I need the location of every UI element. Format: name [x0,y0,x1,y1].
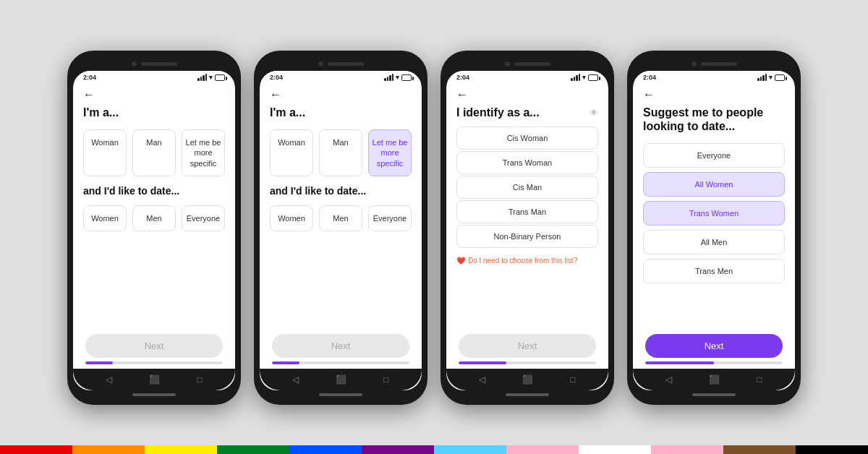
status-bar-3: 2:04 ▾ [446,71,608,82]
progress-fill-3 [459,361,507,364]
identity-list: Cis Woman Trans Woman Cis Man Trans Man … [456,127,598,248]
eye-icon-3[interactable]: 👁 [590,108,598,118]
back-button-4[interactable]: ← [643,88,785,101]
bar2-4 [760,77,762,81]
date-women-1[interactable]: Women [83,205,127,231]
identity-cis-man[interactable]: Cis Man [456,176,598,199]
camera-3 [505,61,510,67]
bottom-bar-1 [73,390,235,399]
date-label-1: and I'd like to date... [83,185,225,197]
identity-trans-woman[interactable]: Trans Woman [456,151,598,174]
progress-fill-4 [645,361,714,364]
identity-nonbinary[interactable]: Non-Binary Person [456,225,598,248]
option-specific-2[interactable]: Let me be more specific [368,129,412,176]
notch-4 [692,393,736,396]
option-man-1[interactable]: Man [132,129,176,176]
back-button-1[interactable]: ← [83,88,225,101]
wifi-1: ▾ [209,74,213,81]
option-woman-1[interactable]: Woman [83,129,127,176]
nav-bar-3: ◁ ⬛ □ [446,369,608,390]
signal-2 [384,74,393,81]
battery-2 [401,74,412,81]
option-man-2[interactable]: Man [319,129,362,176]
screen3-header: I identify as a... 👁 [456,106,598,119]
suggest-trans-women[interactable]: Trans Women [643,201,785,226]
notch-3 [506,393,549,396]
speaker-4 [701,62,737,66]
nav-home-4[interactable]: ⬛ [709,374,720,385]
rainbow-purple [362,445,434,454]
option-specific-1[interactable]: Let me be more specific [182,129,225,176]
title-1: I'm a... [83,106,225,119]
date-everyone-2[interactable]: Everyone [368,205,412,231]
back-button-2[interactable]: ← [270,88,412,101]
phone-top-bar-3 [446,56,608,71]
bar4-4 [765,74,767,81]
suggest-all-men[interactable]: All Men [643,230,785,254]
screen-1: 2:04 ▾ ← I'm a... [73,71,235,390]
help-link-3[interactable]: ❤️ Do I need to choose from this list? [456,257,598,265]
date-men-2[interactable]: Men [319,205,362,231]
bar4 [205,74,208,81]
identity-cis-woman[interactable]: Cis Woman [456,127,598,150]
time-1: 2:04 [83,74,96,81]
bar1-3 [571,78,573,81]
bar4-3 [579,74,581,81]
progress-fill-2 [272,361,299,364]
screen-content-3: ← I identify as a... 👁 Cis Woman Trans W… [446,82,608,325]
bottom-bar-2 [260,390,422,399]
nav-recents-3[interactable]: □ [570,374,575,385]
nav-bar-1: ◁ ⬛ □ [73,369,235,390]
nav-recents-4[interactable]: □ [757,374,762,385]
screen-content-2: ← I'm a... Woman Man Let me be more spec… [260,82,422,325]
rainbow-black [796,445,868,454]
bar1-4 [757,78,760,81]
progress-bg-2 [272,361,409,364]
bar4-2 [392,74,394,81]
nav-home-1[interactable]: ⬛ [149,374,160,385]
progress-bg-3 [459,361,596,364]
bar1 [197,78,200,81]
rainbow-green [217,445,289,454]
nav-back-1[interactable]: ◁ [106,374,112,385]
nav-home-2[interactable]: ⬛ [336,374,346,385]
date-label-2: and I'd like to date... [270,185,412,197]
speaker-1 [141,62,177,66]
title-2: I'm a... [270,106,412,119]
nav-back-4[interactable]: ◁ [665,374,672,385]
nav-home-3[interactable]: ⬛ [522,374,533,385]
rainbow-light-blue [434,445,506,454]
rainbow-pink2 [651,445,723,454]
suggest-list: Everyone All Women Trans Women All Men T… [643,143,785,320]
suggest-trans-men[interactable]: Trans Men [643,259,785,283]
bar3 [203,75,205,81]
progress-bg-1 [85,361,223,364]
battery-3 [588,74,598,81]
next-button-4[interactable]: Next [645,334,783,358]
wifi-4: ▾ [769,74,773,81]
rainbow-orange [72,445,145,454]
nav-recents-1[interactable]: □ [197,374,202,385]
identity-trans-man[interactable]: Trans Man [456,200,598,223]
time-2: 2:04 [270,74,283,81]
next-button-2[interactable]: Next [272,334,409,358]
suggest-all-women[interactable]: All Women [643,172,785,197]
help-text-3: Do I need to choose from this list? [468,257,577,265]
nav-recents-2[interactable]: □ [383,374,388,385]
option-woman-2[interactable]: Woman [270,129,313,176]
time-4: 2:04 [643,74,656,81]
nav-back-3[interactable]: ◁ [479,374,485,385]
date-men-1[interactable]: Men [132,205,176,231]
date-women-2[interactable]: Women [270,205,313,231]
date-everyone-1[interactable]: Everyone [182,205,225,231]
rainbow-yellow [145,445,217,454]
speaker-3 [514,62,550,66]
bottom-3: Next [446,325,608,369]
next-button-1[interactable]: Next [85,334,223,358]
suggest-everyone[interactable]: Everyone [643,143,785,168]
battery-1 [215,74,225,81]
back-button-3[interactable]: ← [456,88,598,101]
next-button-3[interactable]: Next [459,334,596,358]
nav-back-2[interactable]: ◁ [292,374,299,385]
phone-2: 2:04 ▾ ← I'm a... [254,51,427,405]
